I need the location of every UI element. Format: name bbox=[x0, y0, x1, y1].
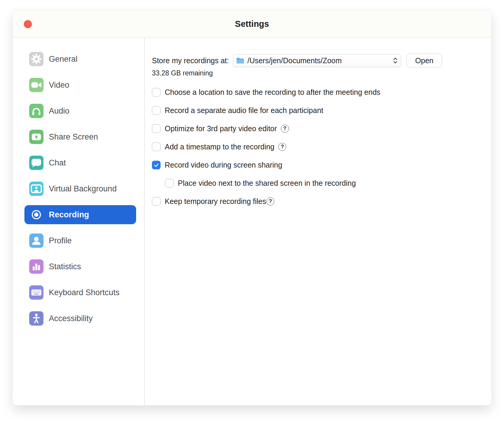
setting-row-choose-a-location: Choose a location to save the recording … bbox=[152, 83, 491, 101]
checkbox-label: Add a timestamp to the recording bbox=[165, 143, 274, 151]
keyboard-icon bbox=[29, 285, 43, 300]
sidebar-item-audio[interactable]: Audio bbox=[24, 101, 136, 120]
sidebar-item-general[interactable]: General bbox=[24, 49, 136, 69]
sidebar-item-video[interactable]: Video bbox=[24, 75, 136, 95]
store-recordings-row: Store my recordings at: /Users/jen/Docum… bbox=[152, 54, 491, 67]
checkbox-record-video-during[interactable] bbox=[152, 161, 161, 169]
checkbox-add-a-timestamp[interactable] bbox=[152, 143, 161, 151]
window-title: Settings bbox=[235, 19, 269, 29]
titlebar: Settings bbox=[13, 11, 491, 38]
sidebar-item-label: Share Screen bbox=[49, 132, 98, 142]
sidebar-item-chat[interactable]: Chat bbox=[24, 153, 136, 172]
folder-icon bbox=[236, 58, 244, 64]
setting-row-record-a-separate: Record a separate audio file for each pa… bbox=[152, 101, 491, 120]
checkbox-optimize-for-3rd[interactable] bbox=[152, 124, 161, 133]
sidebar-item-label: Keyboard Shortcuts bbox=[49, 288, 119, 297]
accessibility-icon bbox=[29, 311, 43, 326]
chat-bubble-icon bbox=[29, 156, 43, 170]
checkbox-label: Record video during screen sharing bbox=[165, 161, 282, 169]
recording-location-select[interactable]: /Users/jen/Documents/Zoom bbox=[233, 54, 401, 67]
checkbox-label: Place video next to the shared screen in… bbox=[178, 179, 356, 188]
setting-row-record-video-during: Record video during screen sharing bbox=[152, 156, 491, 174]
checkbox-label: Optimize for 3rd party video editor bbox=[165, 124, 277, 133]
recording-location-value: /Users/jen/Documents/Zoom bbox=[247, 56, 393, 65]
checkbox-place-video-next[interactable] bbox=[165, 179, 174, 188]
record-icon bbox=[29, 208, 43, 222]
sidebar-item-virtual-background[interactable]: Virtual Background bbox=[24, 179, 136, 198]
storage-remaining: 33.28 GB remaining bbox=[152, 69, 491, 77]
video-camera-icon bbox=[29, 78, 43, 92]
sidebar-item-accessibility[interactable]: Accessibility bbox=[24, 309, 136, 328]
close-button[interactable] bbox=[24, 20, 32, 28]
sidebar-item-label: Video bbox=[49, 81, 69, 90]
sidebar-item-recording[interactable]: Recording bbox=[24, 205, 136, 224]
setting-row-keep-temporary-recording: Keep temporary recording files? bbox=[152, 192, 491, 210]
profile-person-icon bbox=[29, 233, 43, 248]
sidebar-item-profile[interactable]: Profile bbox=[24, 231, 136, 250]
help-icon[interactable]: ? bbox=[278, 143, 286, 151]
sidebar-item-label: General bbox=[49, 55, 77, 64]
bar-chart-icon bbox=[29, 259, 43, 274]
virtual-background-icon bbox=[29, 182, 43, 196]
stepper-chevrons-icon bbox=[393, 57, 398, 64]
gear-icon bbox=[29, 52, 43, 66]
sidebar-item-label: Virtual Background bbox=[49, 184, 117, 194]
help-icon[interactable]: ? bbox=[281, 125, 289, 133]
sidebar-item-label: Chat bbox=[49, 158, 66, 168]
sidebar-item-statistics[interactable]: Statistics bbox=[24, 257, 136, 276]
open-button[interactable]: Open bbox=[406, 54, 442, 67]
headphones-icon bbox=[29, 104, 43, 118]
sidebar-item-keyboard-shortcuts[interactable]: Keyboard Shortcuts bbox=[24, 283, 136, 302]
setting-row-place-video-next: Place video next to the shared screen in… bbox=[152, 174, 491, 192]
checkbox-label: Record a separate audio file for each pa… bbox=[165, 106, 323, 115]
checkbox-choose-a-location[interactable] bbox=[152, 88, 161, 97]
sidebar-item-label: Audio bbox=[49, 106, 69, 116]
sidebar-item-label: Profile bbox=[49, 236, 72, 245]
sidebar-item-label: Recording bbox=[49, 210, 89, 219]
checkbox-label: Keep temporary recording files bbox=[165, 197, 266, 206]
checkbox-label: Choose a location to save the recording … bbox=[165, 88, 380, 97]
store-recordings-label: Store my recordings at: bbox=[152, 56, 229, 65]
checkbox-record-a-separate[interactable] bbox=[152, 106, 161, 115]
sidebar-item-share-screen[interactable]: Share Screen bbox=[24, 127, 136, 146]
sidebar: GeneralVideoAudioShare ScreenChatVirtual… bbox=[13, 38, 145, 405]
settings-window: Settings GeneralVideoAudioShare ScreenCh… bbox=[13, 11, 491, 405]
recording-settings-panel: Store my recordings at: /Users/jen/Docum… bbox=[145, 38, 491, 405]
checkbox-keep-temporary-recording[interactable] bbox=[152, 197, 161, 206]
recording-options-list: Choose a location to save the recording … bbox=[152, 83, 491, 210]
sidebar-item-label: Accessibility bbox=[49, 314, 93, 323]
share-screen-icon bbox=[29, 130, 43, 144]
help-icon[interactable]: ? bbox=[266, 197, 274, 205]
setting-row-add-a-timestamp: Add a timestamp to the recording? bbox=[152, 138, 491, 156]
sidebar-item-label: Statistics bbox=[49, 262, 81, 271]
setting-row-optimize-for-3rd: Optimize for 3rd party video editor? bbox=[152, 120, 491, 138]
